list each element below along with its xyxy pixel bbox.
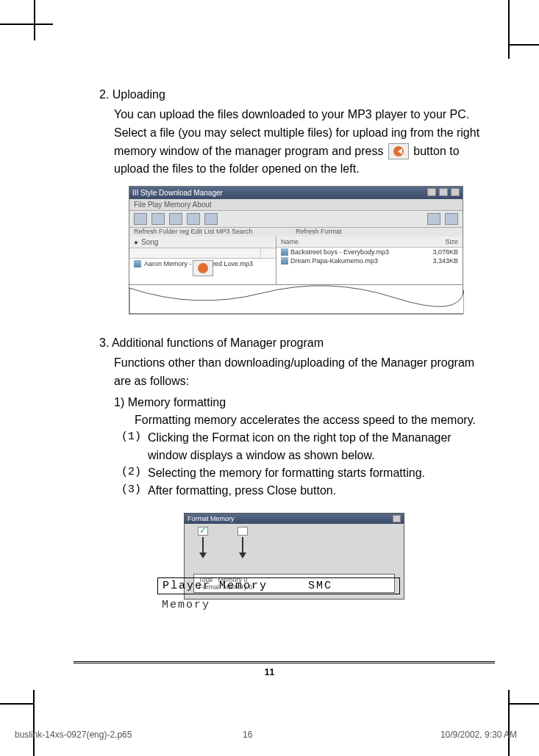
right-pane: Name Size Backstreet boys - Everybody.mp… — [276, 237, 463, 284]
crop-mark — [508, 690, 510, 756]
step-number: (2) — [121, 464, 143, 482]
crop-mark — [34, 0, 35, 40]
upload-button-icon — [193, 260, 213, 276]
arrow-down-icon — [202, 537, 204, 558]
right-tool-labels: Refresh Format — [281, 228, 458, 235]
left-pane: ●Song Aaron Memory - You Need Love.mp3 — [129, 237, 276, 284]
upload-arrow-icon — [388, 143, 409, 159]
page-rule — [74, 661, 495, 664]
crop-mark — [33, 690, 35, 756]
tool-icon — [204, 213, 218, 225]
crop-mark — [0, 24, 53, 25]
tool-icon — [445, 213, 458, 225]
music-file-icon — [281, 257, 288, 264]
tool-icon — [187, 213, 200, 225]
window-title: III Style Download Manager — [132, 189, 223, 197]
torn-edge — [129, 284, 463, 314]
step-text: After formatting, press Close button. — [148, 482, 489, 500]
step-2: (2) Selecting the memory for formatting … — [121, 464, 489, 482]
tool-icon — [427, 213, 440, 225]
music-file-icon — [281, 248, 288, 256]
format-titlebar: Format Memory — [185, 514, 404, 524]
crop-mark — [510, 703, 539, 705]
footer-filename: buslink-14xs-0927(eng)-2.p65 — [15, 730, 132, 740]
section-3-intro: Functions other than downloading/uploadi… — [114, 354, 489, 391]
tool-icon — [151, 213, 165, 225]
step-text: Selecting the memory for formatting star… — [148, 464, 489, 482]
callout-player-smc: Player Memory SMC — [157, 577, 400, 594]
maximize-icon — [439, 188, 448, 196]
footer-timestamp: 10/9/2002, 9:30 AM — [440, 730, 517, 740]
step-3: (3) After formatting, press Close button… — [121, 482, 489, 500]
toolbar — [129, 211, 463, 228]
format-body — [185, 524, 404, 572]
format-title-text: Format Memory — [188, 515, 235, 522]
col-size: Size — [445, 238, 458, 245]
step-text: Clicking the Format icon on the right to… — [148, 429, 489, 464]
manager-screenshot: III Style Download Manager File Play Mem… — [129, 186, 463, 314]
left-combo: ●Song — [129, 237, 276, 248]
callout-memory: Memory — [162, 599, 210, 611]
print-footer: buslink-14xs-0927(eng)-2.p65 16 10/9/200… — [15, 730, 517, 740]
right-file-row: Dream Papa-Kakumemo.mp3 3,343KB — [276, 256, 463, 265]
crop-mark — [0, 703, 33, 705]
menu-bar: File Play Memory About — [129, 199, 463, 211]
player-memory-option — [198, 527, 208, 558]
step-1: (1) Clicking the Format icon on the righ… — [121, 429, 489, 464]
arrow-down-icon — [242, 537, 243, 558]
section-2-paragraph: You can upload the files downloaded to y… — [114, 106, 489, 179]
window-controls — [426, 188, 460, 198]
smc-memory-option — [238, 527, 248, 558]
right-file-row: Backstreet boys - Everybody.mp3 3,078KB — [276, 248, 463, 256]
tool-icon — [169, 213, 182, 225]
crop-mark — [508, 0, 510, 59]
item-1-body: Formatting memory accelerates the access… — [135, 411, 489, 429]
close-icon — [393, 515, 401, 522]
split-panes: ●Song Aaron Memory - You Need Love.mp3 N… — [129, 237, 463, 284]
col-name: Name — [281, 238, 299, 245]
left-tool-labels: Refresh Folder reg Edit List MP3 Search — [134, 228, 281, 235]
section-3-title: 3. Additional functions of Manager progr… — [99, 336, 489, 350]
right-headers: Name Size — [276, 237, 463, 248]
section-3: 3. Additional functions of Manager progr… — [99, 336, 489, 600]
checkbox-checked-icon — [198, 527, 208, 536]
minimize-icon — [427, 188, 436, 196]
step-number: (1) — [121, 429, 143, 464]
crop-mark — [510, 44, 539, 46]
page-number: 11 — [0, 667, 539, 677]
footer-page: 16 — [243, 730, 252, 740]
tool-icon — [134, 213, 147, 225]
section-2-title: 2. Uploading — [99, 88, 489, 101]
music-file-icon — [134, 260, 141, 267]
window-titlebar: III Style Download Manager — [129, 187, 463, 199]
step-number: (3) — [121, 482, 143, 500]
checkbox-icon — [238, 527, 248, 536]
page-content: 2. Uploading You can upload the files do… — [99, 88, 489, 600]
close-icon — [451, 188, 460, 196]
format-window-screenshot: Format Memory Total Memory 0 Format Memo… — [184, 513, 404, 600]
item-1-title: 1) Memory formatting — [114, 394, 489, 411]
